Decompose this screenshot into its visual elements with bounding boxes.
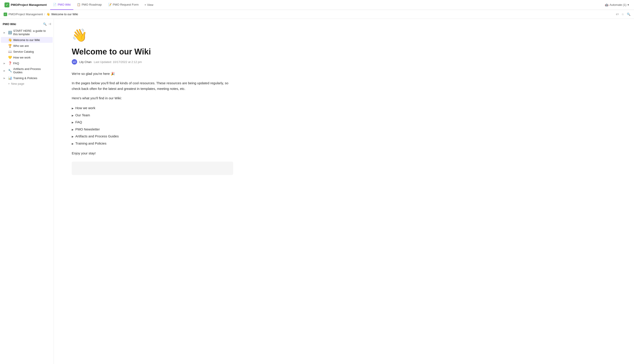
sidebar-header-icons: 🔍 ⊣ bbox=[43, 22, 51, 26]
list-item: ▶ Artifacts and Process Guides bbox=[72, 133, 233, 140]
tab-pmo-request-form-icon: 📝 bbox=[108, 3, 112, 6]
new-page-plus-icon: + bbox=[8, 82, 10, 86]
automate-icon: 🤖 bbox=[605, 3, 608, 6]
add-view-label: View bbox=[147, 3, 153, 6]
sidebar-item-welcome[interactable]: 👋 Welcome to our Wiki bbox=[1, 37, 53, 43]
tab-pmo-wiki-label: PMO Wiki bbox=[58, 3, 70, 6]
sidebar-item-faq-icon: ❓ bbox=[8, 62, 12, 65]
list-item-label: FAQ bbox=[75, 119, 82, 125]
sidebar-item-service-catalog-icon: 📖 bbox=[8, 50, 12, 53]
sidebar-item-how-we-work[interactable]: 💛 How we work bbox=[1, 54, 53, 60]
breadcrumb-current-label: Welcome to our Wiki bbox=[51, 12, 78, 16]
page-para1: We're so glad you're here 🎉 bbox=[72, 71, 233, 77]
page-para2: In the pages below you'll find all kinds… bbox=[72, 80, 233, 92]
new-page-label: New page bbox=[11, 82, 24, 86]
breadcrumb-parent[interactable]: PMO/Project Management bbox=[8, 12, 43, 16]
list-arrow: ▶ bbox=[72, 142, 74, 146]
sidebar-item-who-we-are-icon: 🏆 bbox=[8, 44, 12, 48]
breadcrumb-separator: / bbox=[44, 12, 45, 16]
list-item-label: PMO Newsletter bbox=[75, 126, 100, 132]
top-nav: ✓ PMO/Project Management 📄 PMO Wiki 📋 PM… bbox=[0, 0, 634, 10]
sidebar: PMO Wiki 🔍 ⊣ ▶ 🔢 START HERE: a guide to … bbox=[0, 19, 54, 364]
sidebar-item-artifacts-label: Artifacts and Process Guides bbox=[13, 67, 50, 74]
bottom-card bbox=[72, 162, 233, 175]
tab-pmo-roadmap-label: PMO Roadmap bbox=[82, 3, 102, 6]
page-para3: Here's what you'll find in our Wiki: bbox=[72, 95, 233, 101]
list-arrow: ▶ bbox=[72, 134, 74, 139]
sidebar-item-artifacts[interactable]: ▶ 🔧 Artifacts and Process Guides bbox=[1, 66, 53, 75]
sidebar-search-icon[interactable]: 🔍 bbox=[43, 22, 47, 26]
sidebar-item-welcome-icon: 👋 bbox=[8, 38, 12, 42]
tab-pmo-wiki[interactable]: 📄 PMO Wiki bbox=[50, 0, 73, 10]
author-avatar: LC bbox=[72, 59, 77, 64]
list-item-label: Training and Policies bbox=[75, 140, 106, 146]
page-closing: Enjoy your stay! bbox=[72, 150, 233, 156]
add-view-button[interactable]: + View bbox=[142, 0, 156, 10]
expand-icon: ▶ bbox=[4, 70, 7, 72]
list-arrow: ▶ bbox=[72, 106, 74, 110]
breadcrumb-current-icon: 👋 bbox=[46, 12, 50, 16]
sidebar-item-how-we-work-icon: 💛 bbox=[8, 56, 12, 59]
sidebar-title: PMO Wiki bbox=[3, 22, 16, 26]
page-emoji: 👋 bbox=[72, 28, 616, 42]
sidebar-item-who-we-are[interactable]: 🏆 Who we are bbox=[1, 43, 53, 49]
expand-icon: ▶ bbox=[4, 77, 7, 79]
sidebar-item-training-icon: 📊 bbox=[8, 76, 12, 80]
sidebar-item-start-here-icon: 🔢 bbox=[8, 31, 12, 34]
list-arrow: ▶ bbox=[72, 120, 74, 124]
sidebar-item-service-catalog-label: Service Catalog bbox=[13, 50, 50, 53]
sidebar-item-who-we-are-label: Who we are bbox=[13, 44, 50, 48]
sidebar-header: PMO Wiki 🔍 ⊣ bbox=[0, 22, 54, 28]
breadcrumb-bar: ✓ PMO/Project Management / 👋 Welcome to … bbox=[0, 10, 634, 19]
sidebar-item-service-catalog[interactable]: 📖 Service Catalog bbox=[1, 49, 53, 54]
list-item: ▶ Training and Policies bbox=[72, 140, 233, 147]
sidebar-item-faq[interactable]: ▶ ❓ FAQ bbox=[1, 60, 53, 66]
list-item-label: Artifacts and Process Guides bbox=[75, 133, 118, 139]
sidebar-item-training-label: Training & Policies bbox=[13, 76, 50, 80]
page-body: We're so glad you're here 🎉 In the pages… bbox=[72, 71, 233, 175]
automate-label: Automate (1) bbox=[610, 3, 626, 6]
main-layout: PMO Wiki 🔍 ⊣ ▶ 🔢 START HERE: a guide to … bbox=[0, 19, 634, 364]
page-title: Welcome to our Wiki bbox=[72, 47, 616, 56]
tab-pmo-request-form[interactable]: 📝 PMO Request Form bbox=[105, 0, 142, 10]
expand-icon: ▶ bbox=[4, 32, 7, 34]
list-item: ▶ PMO Newsletter bbox=[72, 126, 233, 133]
sidebar-item-faq-label: FAQ bbox=[13, 62, 50, 65]
tab-pmo-wiki-icon: 📄 bbox=[53, 3, 56, 6]
tag-icon[interactable]: 🏷 bbox=[616, 12, 619, 16]
content-area: 👋 Welcome to our Wiki LC Lily Chan Last … bbox=[54, 19, 634, 364]
sidebar-item-training[interactable]: ▶ 📊 Training & Policies bbox=[1, 75, 53, 81]
list-item: ▶ How we work bbox=[72, 104, 233, 112]
list-item-label: How we work bbox=[75, 105, 95, 111]
star-icon[interactable]: ☆ bbox=[622, 12, 624, 16]
list-item: ▶ FAQ bbox=[72, 118, 233, 126]
app-logo[interactable]: ✓ PMO/Project Management bbox=[3, 2, 48, 8]
app-name: PMO/Project Management bbox=[11, 3, 47, 6]
list-arrow: ▶ bbox=[72, 128, 74, 132]
search-icon[interactable]: 🔍 bbox=[627, 12, 630, 16]
add-view-plus: + bbox=[144, 3, 146, 6]
sidebar-item-how-we-work-label: How we work bbox=[13, 56, 50, 59]
automate-chevron: ▾ bbox=[628, 3, 629, 6]
expand-icon: ▶ bbox=[4, 62, 7, 64]
sidebar-item-start-here[interactable]: ▶ 🔢 START HERE: a guide to this template bbox=[1, 28, 53, 37]
breadcrumb-logo: ✓ bbox=[4, 12, 7, 16]
last-updated: Last Updated: 10/17/2022 at 2:12 pm bbox=[94, 60, 142, 64]
list-item: ▶ Our Team bbox=[72, 112, 233, 119]
tab-pmo-roadmap-icon: 📋 bbox=[77, 3, 80, 6]
sidebar-item-artifacts-icon: 🔧 bbox=[8, 69, 12, 72]
automate-button[interactable]: 🤖 Automate (1) ▾ bbox=[602, 2, 631, 8]
wiki-list: ▶ How we work ▶ Our Team ▶ FAQ ▶ PMO New… bbox=[72, 104, 233, 147]
list-item-label: Our Team bbox=[75, 112, 90, 118]
sidebar-item-welcome-label: Welcome to our Wiki bbox=[13, 38, 50, 42]
tab-pmo-roadmap[interactable]: 📋 PMO Roadmap bbox=[74, 0, 104, 10]
breadcrumb-actions: 🏷 ☆ 🔍 bbox=[616, 12, 630, 16]
author-name: Lily Chan bbox=[79, 60, 92, 64]
sidebar-item-start-here-label: START HERE: a guide to this template bbox=[13, 29, 50, 36]
new-page-button[interactable]: + New page bbox=[1, 81, 53, 86]
sidebar-collapse-icon[interactable]: ⊣ bbox=[48, 22, 51, 26]
app-logo-icon: ✓ bbox=[4, 2, 10, 8]
tab-pmo-request-form-label: PMO Request Form bbox=[113, 3, 139, 6]
list-arrow: ▶ bbox=[72, 114, 74, 118]
nav-right: 🤖 Automate (1) ▾ bbox=[602, 2, 631, 8]
